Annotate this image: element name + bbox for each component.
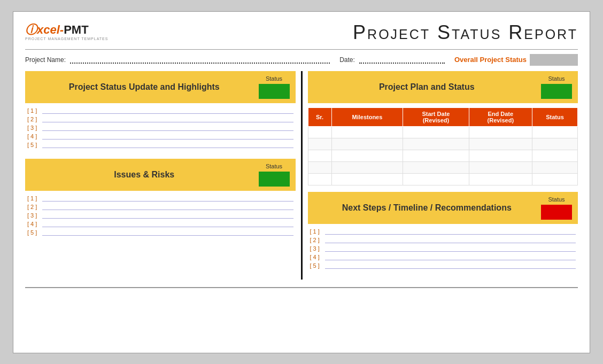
list-num-ir-5: [ 5 ]	[27, 229, 42, 236]
date-line[interactable]	[359, 56, 445, 64]
cell	[469, 126, 532, 138]
next-steps-panel: Next Steps / Timeline / Recommendations …	[308, 192, 578, 275]
col-milestones: Milestones	[331, 107, 403, 126]
milestones-table: Sr. Milestones Start Date (Revised) End …	[308, 107, 578, 185]
logo-text: ⓘxcel-PMT	[25, 24, 108, 36]
table-row	[308, 161, 578, 173]
table-row	[308, 173, 578, 185]
issues-risks-status-col: Status	[258, 163, 290, 187]
list-num-ir-4: [ 4 ]	[27, 221, 42, 227]
next-steps-list: [ 1 ] [ 2 ] [ 3 ] [ 4 ]	[308, 224, 578, 275]
list-num-2: [ 2 ]	[27, 116, 42, 122]
list-line-ns-4	[325, 254, 576, 260]
list-num-ir-2: [ 2 ]	[27, 204, 42, 210]
cell	[331, 138, 403, 150]
table-header-row: Sr. Milestones Start Date (Revised) End …	[308, 107, 578, 126]
milestones-area: Sr. Milestones Start Date (Revised) End …	[308, 103, 578, 188]
list-num-ir-3: [ 3 ]	[27, 212, 42, 219]
cell	[469, 138, 532, 150]
report-title: Project Status Report	[353, 21, 578, 44]
list-num-4: [ 4 ]	[27, 133, 42, 140]
next-steps-header: Next Steps / Timeline / Recommendations …	[308, 192, 578, 224]
logo-excel: ⓘxcel-	[25, 23, 64, 36]
list-line-ns-5	[325, 262, 576, 269]
cell	[403, 138, 469, 150]
status-update-status-label: Status	[266, 75, 282, 82]
main-grid: Project Status Update and Highlights Sta…	[25, 71, 578, 280]
header: ⓘxcel-PMT PROJECT MANAGEMENT TEMPLATES P…	[25, 21, 578, 44]
list-item: [ 2 ]	[310, 237, 576, 243]
cell	[403, 150, 469, 161]
list-num-ns-3: [ 3 ]	[310, 245, 325, 252]
list-line-ns-1	[325, 228, 576, 235]
list-item: [ 5 ]	[310, 262, 576, 269]
project-plan-status-label: Status	[548, 75, 565, 82]
list-num-ns-2: [ 2 ]	[310, 237, 325, 243]
list-line-1	[42, 107, 293, 114]
list-line-ir-1	[42, 195, 293, 202]
issues-risks-list: [ 1 ] [ 2 ] [ 3 ] [ 4 ]	[25, 191, 296, 242]
cell	[308, 126, 331, 138]
list-item: [ 1 ]	[27, 107, 293, 114]
cell	[403, 173, 469, 185]
cell	[331, 161, 403, 173]
issues-risks-indicator	[259, 172, 290, 187]
table-row	[308, 126, 578, 138]
list-line-3	[42, 125, 293, 131]
list-line-2	[42, 116, 293, 122]
report-page: ⓘxcel-PMT PROJECT MANAGEMENT TEMPLATES P…	[13, 11, 590, 353]
list-item: [ 3 ]	[310, 245, 576, 252]
table-row	[308, 138, 578, 150]
list-num-1: [ 1 ]	[27, 107, 42, 114]
logo-pmt: PMT	[64, 23, 88, 36]
cell	[308, 138, 331, 150]
status-update-status-col: Status	[258, 75, 290, 99]
bottom-divider	[25, 287, 578, 288]
list-item: [ 2 ]	[27, 116, 293, 122]
issues-risks-panel: Issues & Risks Status [ 1 ] [ 2 ]	[25, 159, 296, 242]
status-update-list: [ 1 ] [ 2 ] [ 3 ] [ 4 ]	[25, 103, 296, 154]
project-plan-indicator	[541, 84, 572, 99]
cell	[532, 138, 577, 150]
issues-risks-title: Issues & Risks	[30, 170, 258, 180]
cell	[331, 126, 403, 138]
list-line-ir-2	[42, 204, 293, 210]
cell	[403, 161, 469, 173]
status-update-header: Project Status Update and Highlights Sta…	[25, 71, 296, 103]
project-plan-panel: Project Plan and Status Status Sr. Miles…	[308, 71, 578, 188]
list-item: [ 4 ]	[310, 254, 576, 260]
list-line-5	[42, 142, 293, 148]
list-num-ns-5: [ 5 ]	[310, 262, 325, 269]
cell	[532, 161, 577, 173]
issues-risks-status-label: Status	[266, 163, 282, 169]
list-item: [ 4 ]	[27, 221, 293, 227]
project-plan-title: Project Plan and Status	[313, 82, 541, 92]
left-column: Project Status Update and Highlights Sta…	[25, 71, 303, 280]
list-item: [ 4 ]	[27, 133, 293, 140]
list-line-4	[42, 133, 293, 140]
next-steps-title: Next Steps / Timeline / Recommendations	[313, 203, 541, 213]
list-item: [ 1 ]	[310, 228, 576, 235]
project-name-line[interactable]	[70, 56, 330, 64]
list-num-5: [ 5 ]	[27, 142, 42, 148]
cell	[308, 173, 331, 185]
project-plan-status-col: Status	[540, 75, 573, 99]
list-line-ir-5	[42, 229, 293, 236]
cell	[403, 126, 469, 138]
col-sr: Sr.	[308, 107, 331, 126]
header-divider	[25, 49, 578, 50]
logo-subtitle: PROJECT MANAGEMENT TEMPLATES	[25, 37, 108, 41]
list-line-ir-4	[42, 221, 293, 227]
list-item: [ 5 ]	[27, 142, 293, 148]
list-item: [ 5 ]	[27, 229, 293, 236]
list-item: [ 2 ]	[27, 204, 293, 210]
cell	[308, 150, 331, 161]
project-name-label: Project Name:	[25, 56, 66, 64]
cell	[532, 126, 577, 138]
overall-status-label: Overall Project Status	[454, 56, 527, 64]
list-num-ir-1: [ 1 ]	[27, 195, 42, 202]
next-steps-indicator	[541, 205, 572, 220]
status-update-panel: Project Status Update and Highlights Sta…	[25, 71, 296, 154]
project-plan-header: Project Plan and Status Status	[308, 71, 578, 103]
cell	[331, 150, 403, 161]
